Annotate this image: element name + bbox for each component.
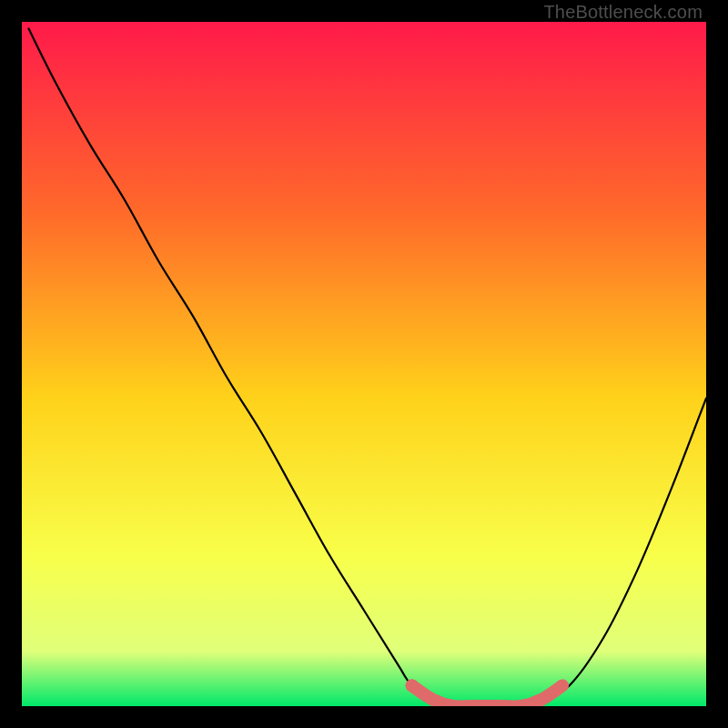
bottleneck-chart <box>22 22 706 706</box>
optimal-range-start-marker <box>406 679 419 692</box>
chart-background <box>22 22 706 706</box>
watermark-text: TheBottleneck.com <box>543 2 703 23</box>
chart-frame <box>22 22 706 706</box>
